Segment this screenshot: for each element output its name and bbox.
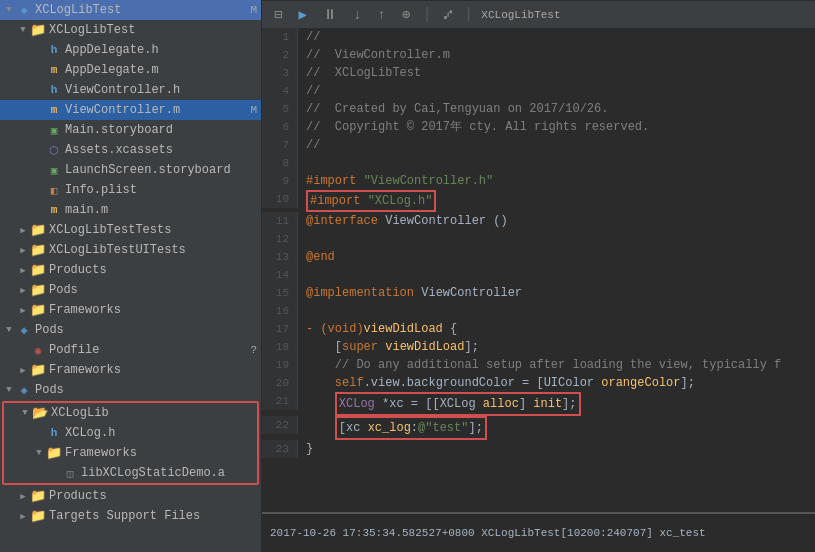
sidebar-item-pods-top[interactable]: 📁 Pods	[0, 280, 261, 300]
sidebar-item-frameworks-pods[interactable]: 📁 Frameworks	[0, 360, 261, 380]
code-line: 9 #import "ViewController.h"	[262, 172, 815, 190]
sidebar-item-appdelegate-h[interactable]: h AppDelegate.h	[0, 40, 261, 60]
leaf-spacer	[32, 83, 46, 97]
code-line: 7 //	[262, 136, 815, 154]
sidebar-item-tests[interactable]: 📁 XCLogLibTestTests	[0, 220, 261, 240]
sidebar-item-products-top[interactable]: 📁 Products	[0, 260, 261, 280]
line-number: 22	[262, 416, 298, 434]
targets-arrow	[16, 509, 30, 523]
sidebar-item-main-m[interactable]: m main.m	[0, 200, 261, 220]
sidebar-item-pods-project[interactable]: ◈ Pods	[0, 320, 261, 340]
sidebar-item-libxclog[interactable]: ◫ libXCLogStaticDemo.a	[4, 463, 257, 483]
editor-toolbar: ⊟ ▶ ⏸ ↓ ↑ ⊕ | ⑇ | XCLogLibTest	[262, 0, 815, 28]
sidebar-item-xclog-h[interactable]: h XCLog.h	[4, 423, 257, 443]
line-content: // Created by Cai,Tengyuan on 2017/10/26…	[298, 100, 815, 118]
tests-label: XCLogLibTestTests	[49, 223, 261, 237]
line-content: // ViewController.m	[298, 46, 815, 64]
project-icon: ◈	[16, 322, 32, 338]
line-number: 19	[262, 356, 298, 374]
folder-icon: 📁	[30, 22, 46, 38]
line-number: 13	[262, 248, 298, 266]
line-number: 12	[262, 230, 298, 248]
leaf-spacer	[32, 43, 46, 57]
sidebar-item-pods-group2[interactable]: ◈ Pods	[0, 380, 261, 400]
tests-arrow	[16, 223, 30, 237]
h-icon: h	[46, 42, 62, 58]
frameworks-xclog-label: Frameworks	[65, 446, 257, 460]
folder-icon: 📁	[30, 362, 46, 378]
toolbar-pause-icon[interactable]: ⏸	[319, 5, 341, 25]
sidebar-item-frameworks-xclog[interactable]: 📁 Frameworks	[4, 443, 257, 463]
leaf-spacer	[32, 143, 46, 157]
toolbar-play-icon[interactable]: ▶	[294, 4, 310, 25]
editor: ⊟ ▶ ⏸ ↓ ↑ ⊕ | ⑇ | XCLogLibTest 1 // 2 //…	[262, 0, 815, 552]
sidebar-item-podfile[interactable]: ◉ Podfile ?	[0, 340, 261, 360]
root-badge: M	[250, 4, 257, 16]
sidebar-item-launchscreen[interactable]: ▣ LaunchScreen.storyboard	[0, 160, 261, 180]
toolbar-down-icon[interactable]: ↓	[349, 5, 365, 25]
xclogtest-arrow	[16, 23, 30, 37]
m-icon: m	[46, 202, 62, 218]
products-bottom-label: Products	[49, 489, 261, 503]
toolbar-share-icon[interactable]: ⊕	[398, 4, 414, 25]
toolbar-branch-icon[interactable]: ⑇	[440, 5, 456, 25]
root-arrow	[2, 3, 16, 17]
line-content: @interface ViewController ()	[298, 212, 815, 230]
h-icon: h	[46, 425, 62, 441]
leaf-spacer	[32, 163, 46, 177]
folder-icon: 📁	[30, 282, 46, 298]
sidebar-item-infoplist[interactable]: ◧ Info.plist	[0, 180, 261, 200]
project-icon: ◈	[16, 382, 32, 398]
line-number: 18	[262, 338, 298, 356]
sidebar-item-products-bottom[interactable]: 📁 Products	[0, 486, 261, 506]
storyboard-icon: ▣	[46, 122, 62, 138]
sidebar-item-targets-support[interactable]: 📁 Targets Support Files	[0, 506, 261, 526]
leaf-spacer	[32, 426, 46, 440]
line-number: 9	[262, 172, 298, 190]
toolbar-back-icon[interactable]: ⊟	[270, 4, 286, 25]
line-content	[298, 154, 815, 172]
sidebar-item-assets[interactable]: ⬡ Assets.xcassets	[0, 140, 261, 160]
xcloglib-highlight-group: 📂 XCLogLib h XCLog.h 📁 Frameworks ◫ libX…	[2, 401, 259, 485]
pods-project-arrow	[2, 323, 16, 337]
line-content: [super viewDidLoad];	[298, 338, 815, 356]
sidebar-item-xclogtest-group[interactable]: 📁 XCLogLibTest	[0, 20, 261, 40]
products-arrow	[16, 263, 30, 277]
toolbar-up-icon[interactable]: ↑	[373, 5, 389, 25]
code-line: 2 // ViewController.m	[262, 46, 815, 64]
products-bottom-arrow	[16, 489, 30, 503]
code-area[interactable]: 1 // 2 // ViewController.m 3 // XCLogLib…	[262, 28, 815, 512]
sidebar-item-ui-tests[interactable]: 📁 XCLogLibTestUITests	[0, 240, 261, 260]
line-number: 23	[262, 440, 298, 458]
sidebar-item-viewcontroller-m[interactable]: m ViewController.m M	[0, 100, 261, 120]
line-number: 6	[262, 118, 298, 136]
launchscreen-label: LaunchScreen.storyboard	[65, 163, 261, 177]
code-line: 11 @interface ViewController ()	[262, 212, 815, 230]
xcloglib-label: XCLogLib	[51, 406, 257, 420]
line-content: // Do any additional setup after loading…	[298, 356, 815, 374]
sidebar-item-main-storyboard[interactable]: ▣ Main.storyboard	[0, 120, 261, 140]
root-project-item[interactable]: ◈ XCLogLibTest M	[0, 0, 261, 20]
leaf-spacer	[32, 123, 46, 137]
assets-label: Assets.xcassets	[65, 143, 261, 157]
libxclog-label: libXCLogStaticDemo.a	[81, 466, 257, 480]
code-line: 19 // Do any additional setup after load…	[262, 356, 815, 374]
line-content	[298, 302, 815, 320]
folder-icon: 📁	[30, 242, 46, 258]
infoplist-label: Info.plist	[65, 183, 261, 197]
line-number: 4	[262, 82, 298, 100]
line-content	[298, 230, 815, 248]
code-line: 6 // Copyright © 2017年 cty. All rights r…	[262, 118, 815, 136]
line-content: //	[298, 28, 815, 46]
console-text: 2017-10-26 17:35:34.582527+0800 XCLogLib…	[270, 527, 706, 539]
ui-tests-arrow	[16, 243, 30, 257]
sidebar-item-viewcontroller-h[interactable]: h ViewController.h	[0, 80, 261, 100]
code-line: 23 }	[262, 440, 815, 458]
sidebar-item-xcloglib[interactable]: 📂 XCLogLib	[4, 403, 257, 423]
pods-top-arrow	[16, 283, 30, 297]
leaf-spacer	[32, 63, 46, 77]
sidebar-item-frameworks-top[interactable]: 📁 Frameworks	[0, 300, 261, 320]
line-content	[298, 266, 815, 284]
sidebar-item-appdelegate-m[interactable]: m AppDelegate.m	[0, 60, 261, 80]
xclog-h-label: XCLog.h	[65, 426, 257, 440]
